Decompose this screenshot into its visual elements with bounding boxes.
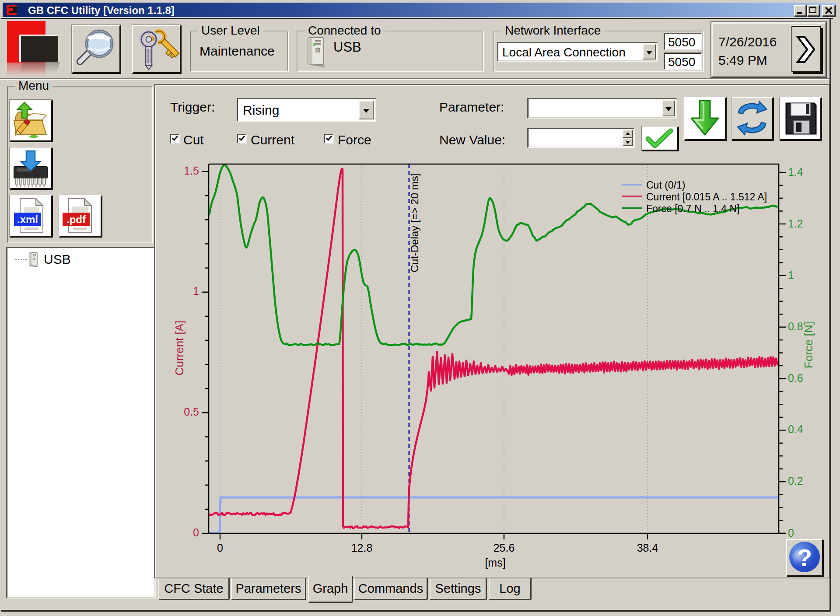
svg-text:.xml: .xml <box>17 214 38 225</box>
svg-text:.pdf: .pdf <box>66 214 86 225</box>
